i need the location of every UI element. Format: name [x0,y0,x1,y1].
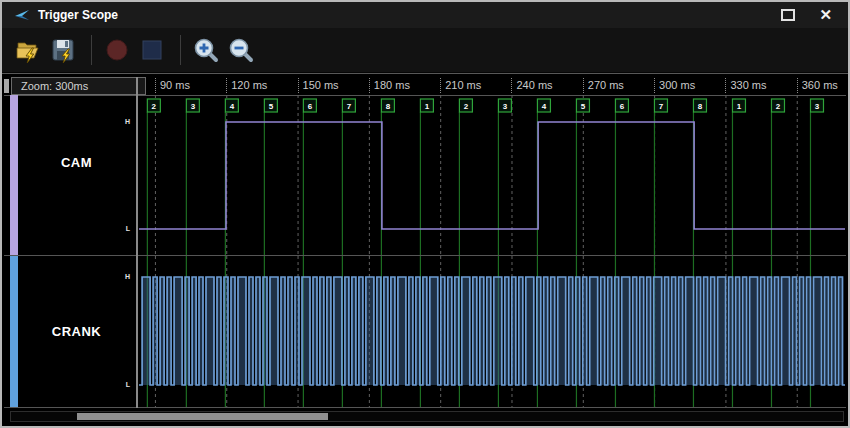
crank-waveform-plot [139,256,845,407]
trigger-marker-number: 4 [230,102,235,111]
timeline-tick: 210 ms [440,78,481,93]
window-controls: ✕ [781,8,832,22]
crank-channel-stripe [10,256,18,407]
timeline-tick: 90 ms [155,78,190,93]
close-button[interactable]: ✕ [819,8,832,22]
cam-high-label: H [125,118,130,125]
crank-low-label: L [126,381,130,388]
toolbar [2,28,848,73]
toolbar-separator [91,35,92,65]
cam-label-panel: CAM H L [18,95,135,255]
timeline-tick: 270 ms [583,78,624,93]
trigger-marker-number: 7 [347,102,352,111]
channel-row-crank: CRANK H L [2,256,848,407]
zoom-out-icon [228,37,255,64]
trigger-marker-number: 3 [191,102,196,111]
trigger-scope-window: Trigger Scope ✕ [0,0,850,428]
cam-channel-stripe [10,95,18,255]
channel-row-cam: CAM H L 234567812345678123 [2,95,848,255]
trigger-marker-number: 3 [815,102,820,111]
cam-waveform-plot: 234567812345678123 [139,95,845,255]
trigger-marker-number: 5 [269,102,274,111]
title-bar: Trigger Scope ✕ [2,2,848,28]
cam-low-label: L [126,225,130,232]
trigger-marker-number: 2 [152,102,157,111]
trigger-marker-number: 2 [464,102,469,111]
splitter-grip[interactable] [4,79,9,93]
cam-channel-name: CAM [18,155,135,170]
stop-icon [139,37,165,63]
toolbar-separator [180,35,181,65]
zoom-level-label: Zoom: 300ms [11,77,146,95]
timeline-tick: 360 ms [797,78,838,93]
record-button[interactable] [101,34,133,66]
zoom-out-button[interactable] [225,34,257,66]
crank-channel-name: CRANK [18,324,135,339]
open-button[interactable] [12,34,44,66]
timeline-tick: 300 ms [654,78,695,93]
timeline-tick: 240 ms [511,78,552,93]
crank-high-label: H [125,273,130,280]
stop-button[interactable] [136,34,168,66]
panel-plot-divider [136,77,138,408]
timeline-tick: 150 ms [298,78,339,93]
maximize-button[interactable] [781,9,795,21]
trigger-marker-number: 2 [776,102,781,111]
scope-area: Zoom: 300ms 90 ms120 ms150 ms180 ms210 m… [2,73,848,426]
trigger-marker-number: 8 [386,102,391,111]
scrollbar-thumb[interactable] [77,413,328,420]
zoom-in-button[interactable] [190,34,222,66]
save-button[interactable] [47,34,79,66]
zoom-in-icon [193,37,220,64]
timeline-ruler: 90 ms120 ms150 ms180 ms210 ms240 ms270 m… [139,77,845,95]
window-title: Trigger Scope [38,8,118,22]
trigger-marker-number: 4 [542,102,547,111]
save-icon [50,37,76,63]
trigger-marker-number: 3 [503,102,508,111]
horizontal-scrollbar[interactable] [10,411,844,422]
app-icon [14,8,30,22]
trigger-marker-number: 1 [425,102,430,111]
trigger-marker-number: 7 [659,102,664,111]
folder-open-icon [15,37,41,63]
crank-label-panel: CRANK H L [18,256,135,407]
trigger-marker-number: 6 [308,102,313,111]
trigger-marker-number: 1 [737,102,742,111]
trigger-marker-number: 5 [581,102,586,111]
trigger-marker-number: 6 [620,102,625,111]
timeline-tick: 120 ms [226,78,267,93]
cam-trace [139,122,845,229]
timeline-tick: 180 ms [369,78,410,93]
bottom-divider [4,407,846,408]
timeline-tick: 330 ms [725,78,766,93]
trigger-marker-number: 8 [698,102,703,111]
record-icon [104,37,130,63]
